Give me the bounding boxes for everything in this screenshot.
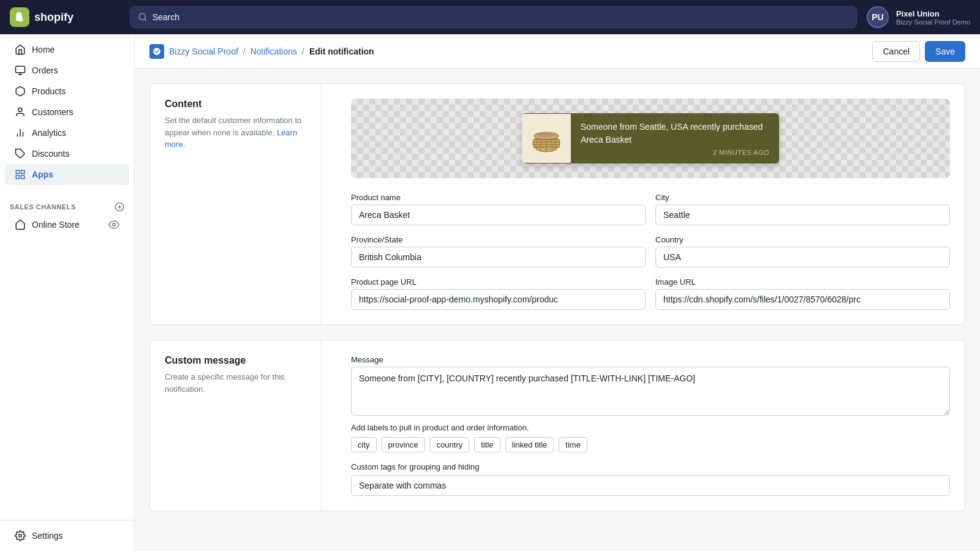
svg-point-0 — [139, 13, 145, 20]
custom-message-desc: Create a specific message for this notif… — [165, 371, 306, 395]
product-name-input[interactable] — [351, 204, 646, 225]
add-sales-channel-icon[interactable] — [115, 202, 124, 212]
settings-label: Settings — [32, 531, 63, 541]
product-url-input[interactable] — [351, 289, 646, 310]
sidebar-item-settings[interactable]: Settings — [5, 525, 129, 546]
notification-card: Someone from Seattle, USA recently purch… — [522, 113, 779, 163]
sidebar-item-home[interactable]: Home — [5, 39, 129, 60]
province-input[interactable] — [351, 247, 646, 268]
home-icon — [15, 44, 26, 55]
image-url-input[interactable] — [655, 289, 950, 310]
message-label: Message — [351, 355, 950, 364]
product-url-group: Product page URL — [351, 277, 646, 310]
sales-channels-section: SALES CHANNELS Online Store — [0, 195, 134, 235]
header-actions: Cancel Save — [872, 41, 965, 62]
breadcrumb-current: Edit notification — [309, 47, 374, 56]
sidebar-item-discounts[interactable]: Discounts — [5, 143, 129, 164]
label-tag-linked-title[interactable]: linked title — [505, 437, 554, 452]
sidebar-item-label-customers: Customers — [32, 107, 74, 117]
svg-line-1 — [145, 19, 146, 21]
city-input[interactable] — [655, 204, 950, 225]
svg-point-31 — [537, 132, 556, 137]
product-url-label: Product page URL — [351, 277, 646, 287]
app-icon — [149, 44, 164, 59]
analytics-icon — [15, 127, 26, 138]
settings-icon — [15, 530, 26, 541]
breadcrumb: Bizzy Social Proof / Notifications / Edi… — [149, 44, 374, 59]
customers-icon — [15, 107, 26, 118]
shopify-logo-icon — [10, 7, 29, 27]
custom-message-section-left: Custom message Create a specific message… — [150, 340, 322, 511]
breadcrumb-notifications[interactable]: Notifications — [251, 47, 297, 56]
sidebar-item-online-store[interactable]: Online Store — [5, 214, 129, 235]
custom-message-section: Custom message Create a specific message… — [149, 340, 965, 511]
discounts-icon — [15, 148, 26, 159]
label-tag-city[interactable]: city — [351, 437, 377, 452]
user-subtitle: Bizzy Social Proof Demo — [896, 18, 970, 26]
logo-text: shopify — [34, 11, 74, 24]
custom-tags-label: Custom tags for grouping and hiding — [351, 462, 950, 471]
custom-tags-section: Custom tags for grouping and hiding — [351, 462, 950, 496]
sidebar-item-label-analytics: Analytics — [32, 128, 66, 138]
sales-channels-title: SALES CHANNELS — [0, 195, 134, 214]
logo: shopify — [10, 7, 120, 27]
product-name-label: Product name — [351, 193, 646, 202]
svg-rect-2 — [16, 66, 25, 73]
online-store-left: Online Store — [15, 219, 80, 230]
sidebar-item-label-orders: Orders — [32, 66, 58, 75]
search-input[interactable] — [153, 12, 849, 22]
content-section-desc: Set the default customer information to … — [165, 114, 306, 151]
country-input[interactable] — [655, 247, 950, 268]
custom-tags-input[interactable] — [351, 475, 950, 496]
breadcrumb-app[interactable]: Bizzy Social Proof — [169, 47, 238, 56]
notification-time: 2 MINUTES AGO — [581, 149, 769, 156]
province-label: Province/State — [351, 235, 646, 244]
sidebar-item-orders[interactable]: Orders — [5, 60, 129, 81]
layout: Home Orders Products Customers Analytics… — [0, 34, 980, 551]
country-group: Country — [655, 235, 950, 268]
city-label: City — [655, 193, 950, 202]
image-url-label: Image URL — [655, 277, 950, 287]
content-section-right: Someone from Seattle, USA recently purch… — [336, 84, 965, 324]
label-tag-country[interactable]: country — [430, 437, 470, 452]
svg-rect-13 — [21, 176, 24, 179]
label-tag-time[interactable]: time — [559, 437, 587, 452]
country-label: Country — [655, 235, 950, 244]
sidebar-item-apps[interactable]: Apps — [5, 164, 129, 185]
product-image — [528, 120, 565, 157]
sidebar: Home Orders Products Customers Analytics… — [0, 34, 135, 551]
sidebar-item-products[interactable]: Products — [5, 81, 129, 102]
custom-message-title: Custom message — [165, 355, 306, 366]
apps-icon — [15, 169, 26, 180]
notification-text: Someone from Seattle, USA recently purch… — [571, 113, 779, 163]
sidebar-item-label-products: Products — [32, 86, 66, 96]
city-group: City — [655, 193, 950, 225]
message-group: Message Someone from [CITY], [COUNTRY] r… — [351, 355, 950, 416]
topbar: shopify PU Pixel Union Bizzy Social Proo… — [0, 0, 980, 34]
page-content: Content Set the default customer informa… — [135, 69, 980, 551]
search-bar[interactable] — [130, 6, 857, 28]
user-name: Pixel Union — [896, 9, 970, 18]
labels-section: Add labels to pull in product and order … — [351, 423, 950, 452]
sidebar-item-label-discounts: Discounts — [32, 149, 69, 159]
avatar: PU — [867, 6, 889, 28]
labels-list: city province country title linked title… — [351, 437, 950, 452]
preview-container: Someone from Seattle, USA recently purch… — [351, 99, 950, 178]
sidebar-item-label-apps: Apps — [32, 170, 53, 179]
cancel-button[interactable]: Cancel — [872, 41, 920, 62]
label-tag-province[interactable]: province — [382, 437, 425, 452]
content-section: Content Set the default customer informa… — [149, 83, 965, 325]
message-textarea[interactable]: Someone from [CITY], [COUNTRY] recently … — [351, 367, 950, 416]
breadcrumb-sep-1: / — [243, 47, 246, 56]
save-button[interactable]: Save — [925, 41, 965, 62]
breadcrumb-sep-2: / — [302, 47, 304, 56]
sidebar-item-analytics[interactable]: Analytics — [5, 122, 129, 143]
content-section-left: Content Set the default customer informa… — [150, 84, 322, 324]
form-fields: Product name City Province/State Co — [351, 193, 950, 310]
eye-icon[interactable] — [108, 219, 119, 230]
label-tag-title[interactable]: title — [474, 437, 500, 452]
svg-rect-12 — [16, 176, 19, 179]
svg-point-17 — [113, 223, 116, 227]
province-group: Province/State — [351, 235, 646, 268]
sidebar-item-customers[interactable]: Customers — [5, 102, 129, 122]
